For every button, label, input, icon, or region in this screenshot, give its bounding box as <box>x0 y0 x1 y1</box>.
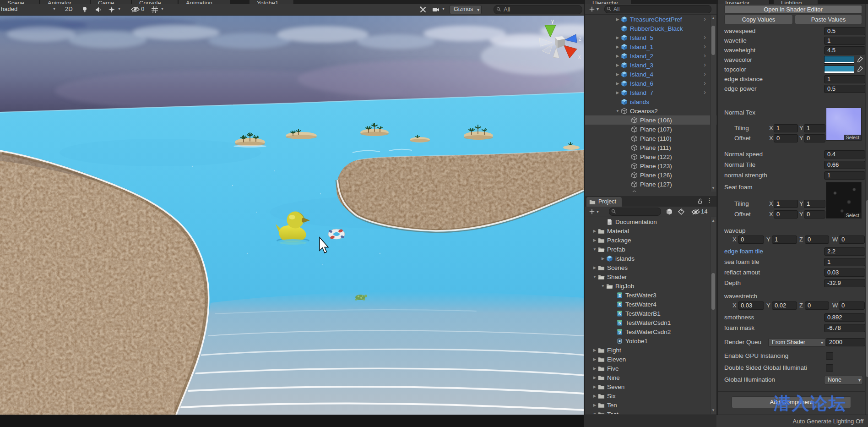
vector-y-field[interactable]: 0.02 <box>772 301 797 310</box>
hierarchy-row[interactable]: Plane (106) <box>585 115 718 125</box>
plus-icon[interactable] <box>589 6 595 12</box>
plus-icon[interactable] <box>589 208 595 215</box>
color-swatch[interactable] <box>824 56 854 64</box>
vector-z-field[interactable]: 0 <box>805 235 829 244</box>
expand-arrow-icon[interactable]: ▶ <box>614 54 621 58</box>
project-row[interactable]: ▼ Test <box>585 410 718 414</box>
tag-icon[interactable] <box>678 208 685 215</box>
double-sided-gi-checkbox[interactable] <box>826 364 833 372</box>
project-row[interactable]: ▶ Eight <box>585 345 718 355</box>
offset-x-field[interactable]: 0 <box>774 134 798 142</box>
vector-w-field[interactable]: 0 <box>839 235 865 244</box>
value-field[interactable]: 1 <box>824 75 865 83</box>
hierarchy-row[interactable]: ▶ Island_3 › <box>585 60 718 70</box>
value-field[interactable]: 0.4 <box>824 150 865 159</box>
chevron-down-icon[interactable]: ▾ <box>161 6 163 11</box>
value-field[interactable]: 0.892 <box>824 313 865 322</box>
project-row[interactable]: ▶ Ten <box>585 400 718 410</box>
chevron-right-icon[interactable]: › <box>704 52 706 59</box>
eyedropper-icon[interactable] <box>856 56 863 63</box>
scrollbar-thumb[interactable] <box>866 200 868 377</box>
tab-scene[interactable]: Scene <box>0 0 40 4</box>
tab-animation[interactable]: Animation <box>179 0 230 4</box>
gizmos-dropdown[interactable]: Gizmos▾ <box>450 5 482 14</box>
copy-values-button[interactable]: Copy Values <box>724 15 793 24</box>
shading-mode-dropdown[interactable]: haded <box>1 5 17 12</box>
hierarchy-scrollbar[interactable]: ▲ ▼ <box>710 15 716 192</box>
chevron-right-icon[interactable]: › <box>704 33 706 41</box>
expand-arrow-icon[interactable]: ▶ <box>591 375 598 380</box>
value-field[interactable]: -32.9 <box>824 279 865 287</box>
project-row[interactable]: TestWaterCsdn1 <box>585 318 718 327</box>
scroll-down-icon[interactable]: ▼ <box>711 408 715 412</box>
render-queue-value-field[interactable]: 2000 <box>826 338 865 346</box>
project-row[interactable]: TestWater3 <box>585 290 718 300</box>
tiling-x-field[interactable]: 1 <box>774 124 798 132</box>
offset-x-field[interactable]: 0 <box>774 210 798 219</box>
expand-arrow-icon[interactable]: ▶ <box>614 72 621 77</box>
auto-generate-lighting-status[interactable]: Auto Generate Lighting Off <box>793 418 863 425</box>
color-swatch[interactable] <box>824 66 854 73</box>
chevron-down-icon[interactable]: ▾ <box>118 6 120 11</box>
project-row[interactable]: ▼ BigJob <box>585 281 718 290</box>
project-search-input[interactable] <box>609 208 661 216</box>
hierarchy-row[interactable]: RubberDuck_Black <box>585 24 718 33</box>
hierarchy-row[interactable]: ▶ TreasureChestPref › <box>585 15 718 24</box>
scrollbar-thumb[interactable] <box>711 26 715 55</box>
hidden-count-icon[interactable] <box>691 208 700 215</box>
tab-game[interactable]: Game <box>91 0 131 4</box>
expand-arrow-icon[interactable]: ▶ <box>591 229 598 233</box>
open-in-shader-editor-button[interactable]: Open in Shader Editor <box>724 5 862 14</box>
tiling-y-field[interactable]: 1 <box>804 124 825 132</box>
hierarchy-row[interactable]: ▶ Island_4 › <box>585 70 718 79</box>
hierarchy-row[interactable]: ▶ Island_1 › <box>585 42 718 51</box>
chevron-right-icon[interactable]: › <box>704 88 706 96</box>
hierarchy-row[interactable]: Plane (126) <box>585 170 718 180</box>
expand-arrow-icon[interactable]: ▶ <box>591 384 598 389</box>
chevron-right-icon[interactable]: › <box>704 43 706 50</box>
lighting-toggle-icon[interactable] <box>81 6 88 13</box>
project-row[interactable]: ▶ Five <box>585 364 718 373</box>
project-row[interactable]: ▶ Eleven <box>585 355 718 364</box>
chevron-down-icon[interactable]: ▾ <box>597 6 599 11</box>
value-field[interactable]: 2.2 <box>824 247 865 256</box>
value-field[interactable]: 4.5 <box>824 46 865 55</box>
expand-arrow-icon[interactable]: ▼ <box>591 412 598 414</box>
hierarchy-row[interactable]: ▶ Island_5 › <box>585 33 718 42</box>
gpu-instancing-checkbox[interactable] <box>826 352 833 360</box>
tab-lighting[interactable]: Lighting <box>774 0 818 4</box>
project-row[interactable]: ▼ Prefab <box>585 245 718 254</box>
hierarchy-row[interactable]: ▶ Island_7 › <box>585 88 718 97</box>
hierarchy-row[interactable]: Plane (107) <box>585 125 718 134</box>
project-row[interactable]: ▶ Nine <box>585 373 718 382</box>
eyedropper-icon[interactable] <box>856 66 863 73</box>
hierarchy-row[interactable]: Plane (127) <box>585 180 718 189</box>
expand-arrow-icon[interactable]: ▼ <box>591 247 598 252</box>
project-row[interactable]: TestWaterB1 <box>585 309 718 318</box>
project-row[interactable]: ▼ Shader <box>585 272 718 281</box>
vector-y-field[interactable]: 1 <box>772 235 797 244</box>
tiling-x-field[interactable]: 1 <box>774 200 798 208</box>
expand-arrow-icon[interactable]: ▼ <box>600 284 606 288</box>
expand-arrow-icon[interactable]: ▶ <box>614 90 621 95</box>
project-row[interactable]: ▶ Package <box>585 235 718 245</box>
effects-toggle-icon[interactable] <box>108 6 115 13</box>
value-field[interactable]: 0.03 <box>824 268 865 277</box>
expand-arrow-icon[interactable]: ▶ <box>591 265 598 270</box>
value-field[interactable]: 0.5 <box>824 27 865 35</box>
vector-x-field[interactable]: 0 <box>738 235 764 244</box>
chevron-down-icon[interactable]: ▾ <box>53 6 55 11</box>
value-field[interactable]: -6.78 <box>824 324 865 332</box>
scroll-down-icon[interactable]: ▼ <box>711 186 715 190</box>
expand-arrow-icon[interactable]: ▶ <box>591 357 598 361</box>
project-row[interactable]: Documentation <box>585 217 718 226</box>
tab-yotobe1[interactable]: Yotobe1 <box>250 0 294 4</box>
project-row[interactable]: TestWaterCsdn2 <box>585 327 718 336</box>
chevron-right-icon[interactable]: › <box>704 61 706 68</box>
global-illumination-dropdown[interactable]: None <box>824 376 863 384</box>
expand-arrow-icon[interactable]: ▶ <box>591 366 598 371</box>
hierarchy-row[interactable]: Plane (111) <box>585 143 718 152</box>
hierarchy-row[interactable]: ▼ Oceanss2 <box>585 106 718 115</box>
scroll-up-icon[interactable]: ▲ <box>711 219 715 223</box>
value-field[interactable]: 0.5 <box>824 85 865 93</box>
